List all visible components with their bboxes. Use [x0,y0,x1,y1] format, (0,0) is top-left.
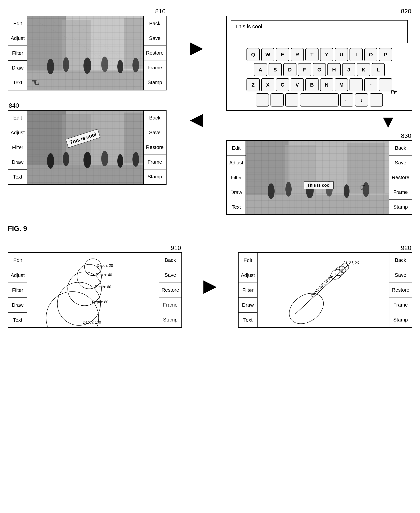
btn-filter-920[interactable]: Filter [239,283,257,298]
btn-frame-920[interactable]: Frame [390,297,412,312]
btn-back-840[interactable]: Back [144,111,166,125]
btn-draw-810[interactable]: Draw [8,60,27,75]
btn-filter-810[interactable]: Filter [8,46,27,60]
key-F[interactable]: F [298,63,311,76]
key-T[interactable]: T [305,48,319,61]
key-space[interactable] [300,93,339,106]
btn-filter-840[interactable]: Filter [8,140,27,155]
btn-back-910[interactable]: Back [159,253,181,268]
key-X[interactable]: X [261,78,274,91]
key-misc3[interactable] [285,93,298,106]
btn-filter-910[interactable]: Filter [8,283,27,298]
text-overlay-840: This is cool [66,129,100,148]
street-scene-830 [246,141,389,214]
btn-back-920[interactable]: Back [390,253,412,268]
btn-edit-830[interactable]: Edit [227,141,246,156]
btn-restore-810[interactable]: Restore [144,46,166,60]
key-H[interactable]: H [327,63,341,76]
key-G[interactable]: G [313,63,326,76]
btn-save-830[interactable]: Save [390,156,412,170]
key-U[interactable]: U [335,48,348,61]
btn-stamp-810[interactable]: Stamp [144,75,166,90]
section-fig9: 810 Edit Adjust Filter Draw Text [8,8,412,233]
key-Y[interactable]: Y [320,48,333,61]
btn-edit-840[interactable]: Edit [8,111,27,125]
key-P[interactable]: P [379,48,392,61]
key-blank2[interactable]: ☞ [379,78,392,91]
btn-save-840[interactable]: Save [144,125,166,140]
key-row-3: Z X C V B N M ↑ ☞ [231,78,408,91]
arrow-910-to-920: ▶ [203,275,217,296]
key-E[interactable]: E [276,48,289,61]
key-misc4[interactable] [370,93,383,106]
key-Z[interactable]: Z [247,78,260,91]
btn-back-830[interactable]: Back [390,141,412,156]
btn-adjust-840[interactable]: Adjust [8,125,27,140]
btn-text-830[interactable]: Text [227,200,246,214]
btn-restore-840[interactable]: Restore [144,140,166,155]
btn-frame-830[interactable]: Frame [390,185,412,200]
btn-edit-810[interactable]: Edit [8,16,27,31]
svg-rect-18 [27,165,143,184]
btn-edit-910[interactable]: Edit [8,253,27,268]
key-S[interactable]: S [269,63,282,76]
key-misc2[interactable] [270,93,284,106]
key-M[interactable]: M [335,78,348,91]
btn-save-810[interactable]: Save [144,31,166,46]
key-R[interactable]: R [291,48,304,61]
btn-edit-920[interactable]: Edit [239,253,257,268]
key-D[interactable]: D [283,63,296,76]
btn-adjust-810[interactable]: Adjust [8,31,27,46]
key-K[interactable]: K [357,63,370,76]
key-blank1[interactable] [350,78,363,91]
key-B[interactable]: B [305,78,319,91]
btn-text-920[interactable]: Text [239,313,257,327]
btn-stamp-910[interactable]: Stamp [159,312,181,327]
svg-point-34 [344,184,350,198]
key-L[interactable]: L [372,63,385,76]
key-O[interactable]: O [364,48,377,61]
btn-adjust-910[interactable]: Adjust [8,268,27,283]
btn-frame-840[interactable]: Frame [144,155,166,169]
key-misc1[interactable] [256,93,269,106]
btn-filter-830[interactable]: Filter [227,170,246,185]
key-I[interactable]: I [350,48,363,61]
key-W[interactable]: W [261,48,274,61]
btn-stamp-830[interactable]: Stamp [390,200,412,214]
btn-stamp-920[interactable]: Stamp [390,312,412,327]
btn-adjust-920[interactable]: Adjust [239,268,257,283]
key-shift[interactable]: ↑ [364,78,377,91]
key-A[interactable]: A [254,63,267,76]
svg-point-31 [285,182,292,196]
btn-save-910[interactable]: Save [159,268,181,283]
key-Q[interactable]: Q [247,48,260,61]
panel-920-number: 920 [401,244,412,252]
key-enter[interactable]: ↓ [355,93,368,106]
key-C[interactable]: C [276,78,289,91]
key-backspace[interactable]: ← [340,93,353,106]
btn-stamp-840[interactable]: Stamp [144,169,166,184]
key-V[interactable]: V [291,78,304,91]
btn-adjust-830[interactable]: Adjust [227,156,246,170]
text-display-820[interactable]: This is cool [231,20,408,43]
btn-text-910[interactable]: Text [8,313,27,327]
btn-restore-920[interactable]: Restore [390,283,412,298]
btn-save-920[interactable]: Save [390,268,412,283]
btn-text-810[interactable]: Text [8,75,27,90]
btn-frame-910[interactable]: Frame [159,297,181,312]
btn-draw-910[interactable]: Draw [8,298,27,313]
svg-point-6 [63,57,69,72]
key-J[interactable]: J [342,63,355,76]
btn-restore-910[interactable]: Restore [159,283,181,298]
arrow-830-to-840: ◀ [190,110,203,128]
btn-draw-840[interactable]: Draw [8,155,27,170]
btn-text-840[interactable]: Text [8,170,27,184]
btn-draw-920[interactable]: Draw [239,298,257,313]
btn-restore-830[interactable]: Restore [390,170,412,185]
btn-back-810[interactable]: Back [144,16,166,31]
btn-frame-810[interactable]: Frame [144,60,166,75]
svg-point-23 [117,154,123,168]
key-N[interactable]: N [320,78,333,91]
svg-rect-28 [347,143,385,193]
btn-draw-830[interactable]: Draw [227,185,246,200]
